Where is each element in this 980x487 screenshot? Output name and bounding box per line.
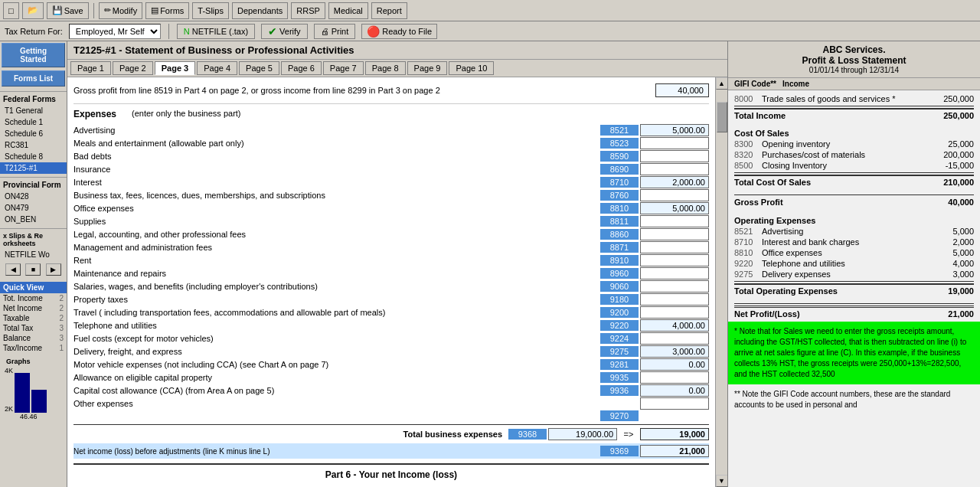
- expense-row-delivery: Delivery, freight, and express 9275: [74, 345, 709, 358]
- report-button[interactable]: Report: [371, 2, 407, 19]
- sidebar-item-rc381[interactable]: RC381: [0, 139, 67, 151]
- other-code: 9270: [600, 410, 639, 421]
- sidebar: Getting Started Forms List Federal Forms…: [0, 41, 67, 487]
- input-insurance[interactable]: [640, 163, 709, 175]
- input-management[interactable]: [640, 241, 709, 253]
- netfile-button[interactable]: N NETFILE (.tax): [177, 24, 255, 39]
- rp-row-telephone-exp: 9220 Telephone and utilities 4,000: [734, 258, 974, 269]
- save-button[interactable]: 💾 Save: [47, 2, 89, 19]
- page-tabs: Page 1 Page 2 Page 3 Page 4 Page 5 Page …: [67, 60, 727, 77]
- expenses-note: (enter only the business part): [132, 109, 240, 119]
- input-rent[interactable]: [640, 254, 709, 266]
- input-net-income[interactable]: [640, 445, 709, 457]
- forms-button[interactable]: ▤ Forms: [145, 2, 189, 19]
- rp-net-profit: Net Profit/(Loss) 21,000: [728, 299, 980, 322]
- print-button[interactable]: 🖨 Print: [314, 24, 356, 39]
- open-button[interactable]: 📂: [22, 2, 44, 19]
- input-travel[interactable]: [640, 306, 709, 319]
- new-button[interactable]: □: [3, 2, 19, 19]
- sidebar-item-t2125[interactable]: T2125-#1: [0, 162, 67, 174]
- scroll-thumb[interactable]: [717, 102, 727, 132]
- toolbar: □ 📂 💾 Save ✏ Modify ▤ Forms T-Slips Depe…: [0, 0, 980, 21]
- sidebar-item-schedule6[interactable]: Schedule 6: [0, 128, 67, 139]
- sidebar-item-t1general[interactable]: T1 General: [0, 105, 67, 116]
- vertical-scrollbar[interactable]: ▲ ▼: [715, 77, 727, 487]
- rp-header: ABC Services. Profit & Loss Statement 01…: [728, 41, 980, 78]
- input-bad-debts[interactable]: [640, 150, 709, 162]
- tab-page2[interactable]: Page 2: [113, 61, 153, 75]
- input-delivery[interactable]: [640, 345, 709, 358]
- divider5: [734, 303, 974, 304]
- expenses-title: Expenses: [74, 109, 116, 119]
- tab-page3[interactable]: Page 3: [155, 61, 195, 75]
- qv-total-tax[interactable]: Total Tax3: [0, 323, 67, 333]
- input-total-final[interactable]: [640, 428, 709, 440]
- input-property-tax[interactable]: [640, 293, 709, 306]
- sidebar-nav: ◀ ■ ▶: [0, 260, 67, 279]
- tab-page6[interactable]: Page 6: [281, 61, 322, 75]
- scroll-up-arrow[interactable]: ▲: [716, 77, 728, 90]
- nav-next-button[interactable]: ▶: [46, 263, 61, 276]
- input-supplies[interactable]: [640, 215, 709, 227]
- input-motor-vehicle[interactable]: [640, 358, 709, 371]
- sidebar-item-on479[interactable]: ON479: [0, 202, 67, 214]
- qv-tot-income[interactable]: Tot. Income2: [0, 293, 67, 303]
- getting-started-button[interactable]: Getting Started: [2, 43, 65, 67]
- input-total[interactable]: [548, 428, 617, 440]
- tab-page1[interactable]: Page 1: [70, 61, 111, 75]
- taxpayer-select[interactable]: Employed, Mr Self: [69, 24, 161, 39]
- input-business-tax[interactable]: [640, 189, 709, 201]
- total-cost-of-sales-label: Total Cost Of Sales: [734, 178, 811, 187]
- content-area: T2125-#1 - Statement of Business or Prof…: [67, 41, 727, 487]
- input-meals[interactable]: [640, 137, 709, 149]
- tab-page10[interactable]: Page 10: [449, 61, 494, 75]
- graph-y-top: 4K: [5, 367, 13, 374]
- verify-button[interactable]: ✔ Verify: [261, 24, 308, 39]
- sidebar-item-onben[interactable]: ON_BEN: [0, 214, 67, 225]
- ready-badge: 🔴 Ready to File: [361, 24, 437, 39]
- gross-amount[interactable]: 40,000: [655, 83, 709, 97]
- dependants-button[interactable]: Dependants: [232, 2, 288, 19]
- input-office[interactable]: [640, 202, 709, 214]
- qv-net-income[interactable]: Net Income2: [0, 303, 67, 313]
- scroll-down-arrow[interactable]: ▼: [716, 475, 728, 487]
- sidebar-item-netfile[interactable]: NETFILE Wo: [0, 249, 67, 260]
- qv-balance[interactable]: Balance3: [0, 333, 67, 343]
- input-telephone[interactable]: [640, 319, 709, 332]
- input-other[interactable]: [640, 397, 709, 410]
- input-interest[interactable]: [640, 176, 709, 188]
- rp-row-delivery-exp: 9275 Delivery expenses 3,000: [734, 269, 974, 279]
- qv-tax-income[interactable]: Tax/Income1: [0, 343, 67, 353]
- input-cca[interactable]: [640, 384, 709, 397]
- input-fuel[interactable]: [640, 332, 709, 345]
- rp-row-interest: 8710 Interest and bank charges 2,000: [734, 237, 974, 247]
- qv-taxable[interactable]: Taxable2: [0, 313, 67, 323]
- expense-row-management: Management and administration fees 8871: [74, 241, 709, 253]
- input-maintenance[interactable]: [640, 267, 709, 279]
- expense-row-advertising: Advertising 8521: [74, 124, 709, 136]
- expense-row-meals: Meals and entertainment (allowable part …: [74, 137, 709, 149]
- tab-page4[interactable]: Page 4: [197, 61, 237, 75]
- tax-return-label: Tax Return For:: [5, 27, 63, 36]
- rp-gross-profit-row: Gross Profit 40,000: [734, 197, 974, 208]
- input-salaries[interactable]: [640, 280, 709, 293]
- medical-button[interactable]: Medical: [328, 2, 368, 19]
- total-code: 9368: [508, 429, 547, 440]
- sidebar-item-schedule8[interactable]: Schedule 8: [0, 151, 67, 162]
- tab-page8[interactable]: Page 8: [365, 61, 406, 75]
- forms-list-button[interactable]: Forms List: [2, 70, 65, 87]
- rrsp-button[interactable]: RRSP: [291, 2, 325, 19]
- nav-prev-button[interactable]: ◀: [5, 263, 21, 276]
- tab-page7[interactable]: Page 7: [323, 61, 364, 75]
- rp-total-income: Total Income 250,000: [734, 108, 974, 120]
- nav-home-button[interactable]: ■: [25, 263, 41, 276]
- modify-button[interactable]: ✏ Modify: [99, 2, 142, 19]
- tab-page5[interactable]: Page 5: [239, 61, 279, 75]
- input-advertising[interactable]: [640, 124, 709, 136]
- tslips-button[interactable]: T-Slips: [192, 2, 229, 19]
- sidebar-item-on428[interactable]: ON428: [0, 191, 67, 202]
- input-legal[interactable]: [640, 228, 709, 240]
- input-allowance[interactable]: [640, 371, 709, 384]
- sidebar-item-schedule1[interactable]: Schedule 1: [0, 116, 67, 128]
- tab-page9[interactable]: Page 9: [407, 61, 448, 75]
